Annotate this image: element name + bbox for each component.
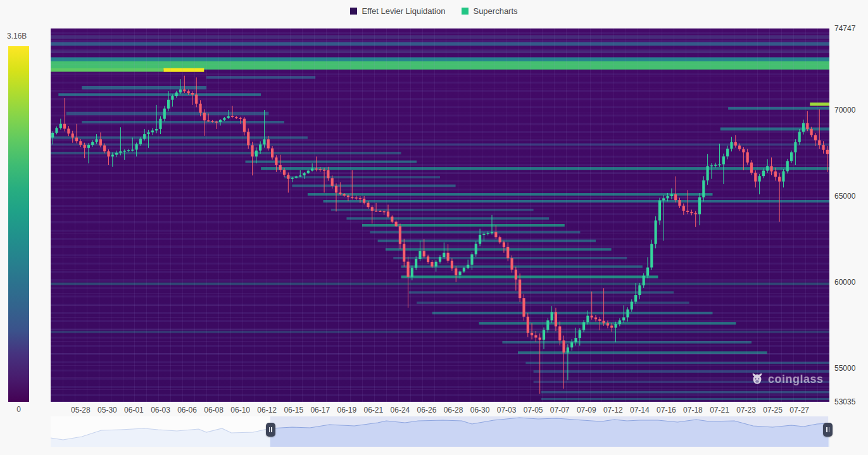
- date-tick-07-18: 07-18: [678, 406, 707, 414]
- date-tick-06-06: 06-06: [173, 406, 202, 414]
- price-tick-60000: 60000: [834, 278, 855, 287]
- navigator-left-handle[interactable]: [266, 423, 275, 437]
- supercharts-swatch-icon: [462, 8, 469, 15]
- colorbar: [8, 46, 29, 402]
- price-tick-53035: 53035: [834, 397, 855, 406]
- date-tick-06-03: 06-03: [146, 406, 175, 414]
- navigator-right-handle[interactable]: [823, 423, 833, 437]
- price-tick-70000: 70000: [834, 106, 855, 115]
- price-tick-65000: 65000: [834, 192, 855, 201]
- colorbar-max-label: 3.16B: [7, 32, 27, 41]
- date-tick-07-27: 07-27: [785, 406, 814, 414]
- legend-label-supercharts: Supercharts: [473, 6, 517, 16]
- date-tick-06-30: 06-30: [465, 406, 494, 414]
- date-tick-07-14: 07-14: [625, 406, 654, 414]
- date-tick-06-19: 06-19: [332, 406, 362, 414]
- date-tick-06-12: 06-12: [253, 406, 282, 414]
- date-tick-07-25: 07-25: [758, 406, 788, 414]
- date-tick-06-17: 06-17: [306, 406, 335, 414]
- legend-item-supercharts[interactable]: Supercharts: [462, 6, 517, 16]
- date-tick-06-26: 06-26: [412, 406, 441, 414]
- date-tick-07-03: 07-03: [492, 406, 521, 414]
- date-tick-07-21: 07-21: [705, 406, 734, 414]
- date-tick-06-08: 06-08: [199, 406, 229, 414]
- date-tick-05-30: 05-30: [92, 406, 122, 414]
- date-tick-06-10: 06-10: [226, 406, 255, 414]
- date-tick-06-01: 06-01: [119, 406, 148, 414]
- liquidation-heatmap-page: Effet Levier Liquidation Supercharts 3.1…: [0, 0, 868, 455]
- colorbar-min-label: 0: [8, 405, 29, 414]
- liquidation-swatch-icon: [350, 8, 357, 15]
- date-tick-07-16: 07-16: [651, 406, 681, 414]
- date-tick-07-05: 07-05: [519, 406, 548, 414]
- date-tick-06-24: 06-24: [386, 406, 415, 414]
- date-tick-07-07: 07-07: [545, 406, 574, 414]
- date-tick-05-28: 05-28: [66, 406, 95, 414]
- date-tick-07-12: 07-12: [598, 406, 627, 414]
- legend-item-liquidation[interactable]: Effet Levier Liquidation: [350, 6, 445, 16]
- price-tick-74747: 74747: [834, 24, 855, 33]
- legend-label-liquidation: Effet Levier Liquidation: [362, 6, 445, 16]
- chart-legend: Effet Levier Liquidation Supercharts: [0, 6, 868, 16]
- price-tick-55000: 55000: [834, 364, 855, 373]
- range-navigator[interactable]: [51, 416, 829, 447]
- date-tick-06-15: 06-15: [279, 406, 308, 414]
- heatmap-candlestick-canvas[interactable]: [51, 28, 829, 402]
- date-tick-07-09: 07-09: [572, 406, 601, 414]
- date-tick-07-23: 07-23: [732, 406, 761, 414]
- date-tick-06-28: 06-28: [439, 406, 468, 414]
- date-tick-06-21: 06-21: [359, 406, 388, 414]
